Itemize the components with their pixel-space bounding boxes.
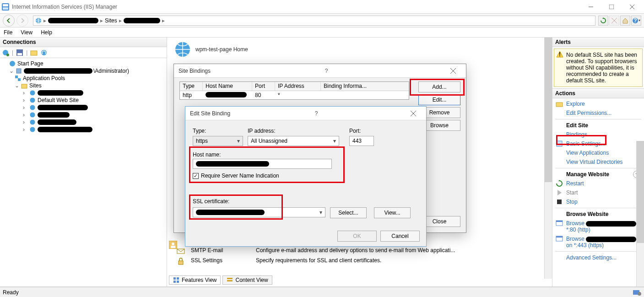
help-icon[interactable]: ?▾ bbox=[631, 16, 641, 26]
svg-rect-19 bbox=[16, 69, 21, 73]
maximize-button[interactable] bbox=[601, 0, 622, 13]
connect-icon[interactable] bbox=[2, 49, 9, 56]
svg-rect-32 bbox=[171, 246, 175, 248]
server-refresh-icon[interactable] bbox=[40, 49, 48, 56]
scrollbar[interactable] bbox=[636, 141, 644, 286]
folder-icon bbox=[21, 82, 27, 89]
bindings-table[interactable]: Type Host Name Port IP Address Binding I… bbox=[179, 81, 409, 100]
help-icon[interactable]: ? bbox=[315, 110, 321, 117]
restart-icon bbox=[556, 180, 563, 187]
col-port[interactable]: Port bbox=[252, 82, 275, 91]
tree-sites[interactable]: ⌄Sites bbox=[2, 82, 165, 89]
row-desc: Configure e-mail address and delivery op… bbox=[256, 247, 455, 255]
window-title: Internet Information Services (IIS) Mana… bbox=[12, 4, 580, 10]
port-input[interactable]: 443 bbox=[349, 136, 374, 146]
menu-view[interactable]: View bbox=[21, 29, 32, 36]
select-button[interactable]: Select... bbox=[330, 207, 367, 218]
play-icon bbox=[556, 189, 563, 196]
col-ip[interactable]: IP Address bbox=[275, 82, 321, 91]
row-name[interactable]: SMTP E-mail bbox=[191, 247, 250, 255]
svg-text:!: ! bbox=[559, 51, 561, 58]
forward-button[interactable] bbox=[16, 15, 28, 27]
close-icon[interactable] bbox=[445, 65, 461, 77]
help-icon[interactable]: ? bbox=[325, 68, 331, 74]
action-basic-settings[interactable]: Basic Settings... bbox=[553, 139, 643, 148]
back-button[interactable] bbox=[3, 15, 15, 27]
minimize-button[interactable] bbox=[580, 0, 601, 13]
connections-panel: Connections | | Start Page ⌄\Administrat… bbox=[0, 38, 167, 286]
smtp-icon bbox=[177, 247, 185, 255]
action-restart[interactable]: Restart bbox=[553, 179, 643, 188]
tree-default-site[interactable]: ›Default Web Site bbox=[2, 97, 165, 104]
action-browse-443[interactable]: Browse on *:443 (https) bbox=[553, 234, 643, 250]
ip-select[interactable]: All Unassigned▾ bbox=[248, 136, 339, 146]
svg-rect-34 bbox=[179, 261, 183, 265]
browse-icon bbox=[556, 235, 563, 243]
ssl-select[interactable]: ▾ bbox=[193, 207, 325, 217]
tab-content[interactable]: Content View bbox=[222, 275, 272, 285]
action-start: Start bbox=[553, 188, 643, 197]
svg-point-13 bbox=[6, 54, 9, 56]
action-bindings[interactable]: Bindings... bbox=[553, 130, 643, 139]
row-name[interactable]: SSL Settings bbox=[191, 257, 250, 265]
tree-site[interactable]: › bbox=[2, 111, 165, 119]
tree-start-page[interactable]: Start Page bbox=[2, 60, 165, 67]
cancel-button[interactable]: Cancel bbox=[380, 231, 420, 242]
tree-site[interactable]: › bbox=[2, 104, 165, 111]
features-icon bbox=[173, 277, 179, 283]
action-advanced-settings[interactable]: Advanced Settings... bbox=[553, 253, 643, 262]
tree-site[interactable]: › bbox=[2, 119, 165, 126]
edit-button[interactable]: Edit... bbox=[418, 94, 460, 105]
svg-point-26 bbox=[30, 112, 35, 118]
site-icon bbox=[29, 104, 36, 111]
scrollbar[interactable] bbox=[544, 38, 552, 279]
refresh-icon[interactable] bbox=[598, 16, 608, 26]
connections-tree[interactable]: Start Page ⌄\Administrator) Application … bbox=[0, 58, 167, 135]
folder-up-icon[interactable] bbox=[30, 49, 38, 56]
section-browse-website: Browse Website bbox=[553, 210, 643, 219]
svg-rect-40 bbox=[227, 280, 233, 281]
section-manage-website: Manage Website⌃ bbox=[553, 170, 643, 179]
svg-rect-39 bbox=[227, 278, 233, 279]
home-icon[interactable] bbox=[620, 16, 630, 26]
svg-point-50 bbox=[638, 292, 641, 296]
action-browse-80[interactable]: Browse *:80 (http) bbox=[553, 219, 643, 234]
ok-button: OK bbox=[337, 231, 377, 242]
save-icon[interactable] bbox=[16, 49, 23, 56]
action-explore[interactable]: Explore bbox=[553, 99, 643, 108]
table-row[interactable]: http 80 * bbox=[180, 91, 409, 99]
svg-rect-38 bbox=[177, 281, 179, 283]
col-type[interactable]: Type bbox=[180, 82, 203, 91]
tree-app-pools[interactable]: Application Pools bbox=[2, 75, 165, 82]
tree-server[interactable]: ⌄\Administrator) bbox=[2, 67, 165, 75]
label-ip: IP address: bbox=[248, 128, 275, 134]
svg-text:?: ? bbox=[633, 17, 637, 24]
stop-icon[interactable] bbox=[609, 16, 619, 26]
close-button[interactable] bbox=[622, 0, 642, 13]
sni-checkbox[interactable]: ✓Require Server Name Indication bbox=[193, 173, 279, 179]
breadcrumb[interactable]: ▸ ▸ Sites ▸ ▸ bbox=[33, 16, 595, 26]
warning-icon: ! bbox=[556, 51, 563, 58]
col-host[interactable]: Host Name bbox=[203, 82, 252, 91]
action-view-dirs[interactable]: View Virtual Directories bbox=[553, 157, 643, 167]
host-input[interactable] bbox=[193, 159, 332, 169]
page-title: wpm-test-page Home bbox=[167, 38, 552, 61]
svg-rect-2 bbox=[3, 7, 8, 10]
action-edit-permissions[interactable]: Edit Permissions... bbox=[553, 108, 643, 118]
menu-file[interactable]: File bbox=[4, 29, 12, 36]
config-icon[interactable] bbox=[633, 289, 641, 296]
svg-rect-43 bbox=[557, 141, 562, 146]
dialog-title: Site Bindings bbox=[179, 68, 211, 74]
menu-help[interactable]: Help bbox=[41, 29, 52, 36]
col-info[interactable]: Binding Informa... bbox=[321, 82, 409, 91]
tree-site[interactable]: › bbox=[2, 126, 165, 133]
action-view-apps[interactable]: View Applications bbox=[553, 148, 643, 157]
site-icon bbox=[29, 126, 36, 133]
tree-site[interactable]: › bbox=[2, 89, 165, 97]
add-button[interactable]: Add... bbox=[418, 81, 460, 92]
type-select[interactable]: https▾ bbox=[193, 136, 243, 146]
action-stop[interactable]: Stop bbox=[553, 197, 643, 206]
close-icon[interactable] bbox=[405, 108, 422, 119]
tab-features[interactable]: Features View bbox=[169, 275, 221, 285]
view-button[interactable]: View... bbox=[374, 207, 411, 218]
